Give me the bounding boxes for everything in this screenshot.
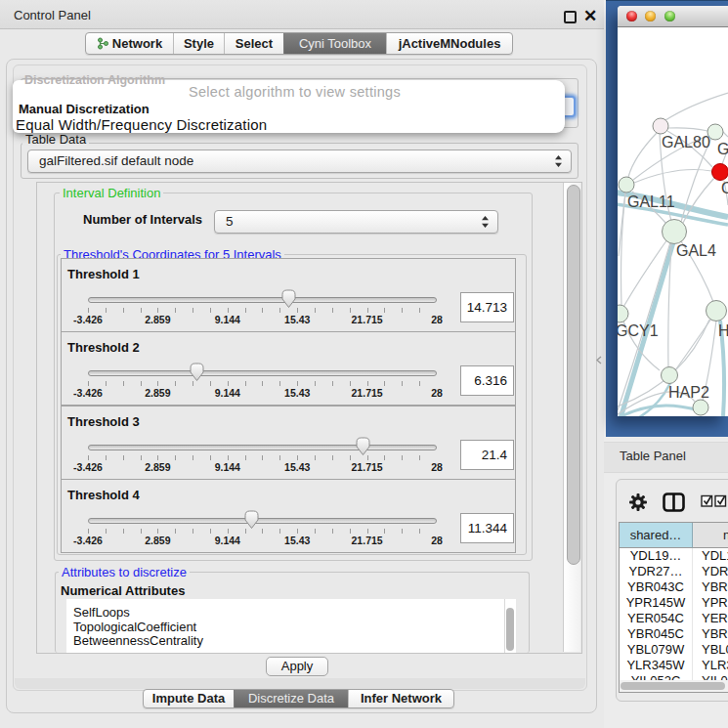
svg-text:GAL11: GAL11 bbox=[627, 193, 675, 210]
svg-text:HAP2: HAP2 bbox=[668, 384, 709, 401]
svg-text:GAL80: GAL80 bbox=[662, 134, 710, 150]
svg-text:H: H bbox=[718, 322, 728, 339]
svg-text:GCY1: GCY1 bbox=[618, 322, 659, 339]
svg-text:GAL: GAL bbox=[717, 141, 728, 157]
svg-text:GAL4: GAL4 bbox=[676, 242, 716, 259]
svg-text:C: C bbox=[721, 180, 728, 196]
